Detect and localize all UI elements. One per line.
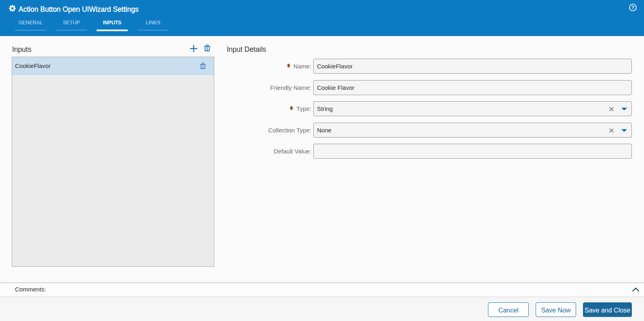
svg-text:?: ?	[631, 5, 634, 11]
